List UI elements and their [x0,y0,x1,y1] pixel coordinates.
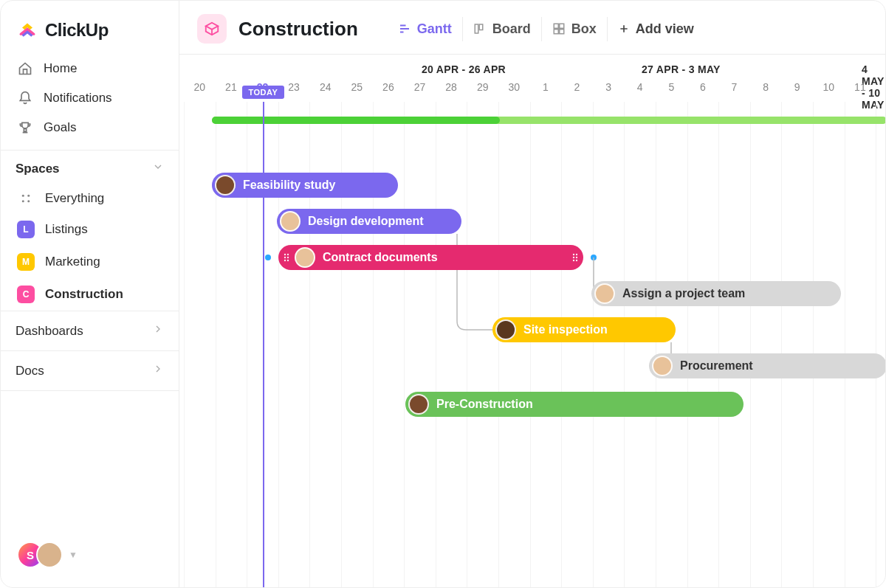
day-header: 4 [624,81,656,93]
view-tab-label: Gantt [417,21,452,37]
day-header: 20 [184,81,216,93]
add-view-button[interactable]: Add view [607,17,704,41]
board-icon [473,22,487,35]
caret-down-icon: ▼ [69,550,78,560]
day-header: 24 [309,81,341,93]
gantt-icon [398,22,411,35]
task-label: Feasibility study [243,179,335,192]
task-label: Site inspection [523,323,608,336]
svg-point-2 [22,200,24,202]
spaces-everything[interactable]: Everything [8,184,171,213]
view-tab-label: Box [571,21,597,37]
gantt-day-headers: 2021222324252627282930123456789101112 [179,81,885,102]
drag-handle-icon[interactable] [283,245,290,270]
week-header: 27 APR - 3 MAY [642,63,721,75]
day-header: 25 [341,81,373,93]
week-header: 20 APR - 26 APR [422,63,506,75]
nav-home[interactable]: Home [8,54,171,83]
assignee-avatar [280,211,301,232]
avatar[interactable] [36,542,63,568]
gantt-today-badge: TODAY [242,86,285,99]
day-header: 5 [656,81,687,93]
spaces-everything-label: Everything [45,191,104,206]
gantt-task-bar[interactable]: Assign a project team [591,281,841,306]
svg-rect-10 [560,24,564,28]
docs-label: Docs [16,364,44,378]
gantt-bars: Feasibility studyDesign developmentContr… [179,112,885,587]
nav-label: Goals [44,120,76,135]
space-list: LListingsMMarketingCConstruction [1,213,179,311]
day-header: 26 [373,81,405,93]
nav-label: Home [44,61,77,76]
gantt-task-bar[interactable]: Pre-Construction [405,392,744,417]
drag-handle-icon[interactable] [571,245,579,270]
box-icon [552,22,566,35]
svg-point-19 [284,260,286,261]
day-header: 7 [718,81,750,93]
day-header: 12 [876,81,885,93]
space-item-construction[interactable]: CConstruction [8,278,171,311]
spaces-section-toggle[interactable]: Spaces [1,150,179,184]
bell-icon [17,91,33,106]
dependency-handle[interactable] [265,255,271,260]
svg-point-16 [287,254,289,255]
add-view-label: Add view [636,21,694,37]
space-item-listings[interactable]: LListings [8,213,171,246]
svg-rect-8 [479,24,483,30]
sidebar-dashboards[interactable]: Dashboards [1,311,179,350]
gantt-task-bar[interactable]: Procurement [649,353,885,378]
gantt-task-bar[interactable]: Design development [277,209,461,234]
view-tab-gantt[interactable]: Gantt [388,17,462,41]
svg-rect-11 [554,30,558,34]
view-tab-box[interactable]: Box [541,17,607,41]
task-label: Design development [308,215,423,228]
task-label: Assign a project team [622,287,745,300]
day-header: 6 [687,81,719,93]
plus-icon [618,23,630,35]
day-header: 3 [593,81,625,93]
day-header: 30 [498,81,530,93]
assignee-avatar [652,356,673,376]
day-header: 1 [530,81,562,93]
space-icon[interactable] [197,14,227,44]
svg-point-25 [573,260,574,261]
chevron-right-icon [152,363,164,378]
space-label: Listings [45,222,88,237]
gantt-week-headers: 20 APR - 26 APR27 APR - 3 MAY4 MAY - 10 … [179,55,885,81]
day-header: 28 [436,81,467,93]
space-label: Construction [45,287,123,302]
svg-point-18 [287,257,289,258]
svg-point-3 [27,200,30,202]
gantt-task-bar[interactable]: Contract documents [278,245,583,270]
view-tabs: Gantt Board Box Add view [388,17,704,41]
day-header: 11 [845,81,876,93]
svg-point-22 [576,254,577,255]
gantt-task-bar[interactable]: Site inspection [492,317,676,342]
trophy-icon [17,120,33,135]
task-label: Pre-Construction [436,398,533,411]
user-avatars[interactable]: S ▼ [17,542,78,568]
topbar: Construction Gantt Board Box Add view [179,1,885,54]
gantt-chart[interactable]: 20 APR - 26 APR27 APR - 3 MAY4 MAY - 10 … [179,54,885,587]
nav-goals[interactable]: Goals [8,113,171,142]
svg-point-1 [27,195,30,197]
app-shell: ClickUp Home Notifications Goals [0,0,886,588]
chevron-down-icon [152,161,164,176]
assignee-avatar [295,247,315,268]
sidebar-docs[interactable]: Docs [1,350,179,390]
svg-point-0 [22,195,24,197]
day-header: 2 [561,81,593,93]
gantt-task-bar[interactable]: Feasibility study [212,173,398,198]
assignee-avatar [594,283,615,304]
dependency-handle[interactable] [591,255,597,260]
assignee-avatar [495,319,516,340]
overall-progress-done [212,117,500,124]
nav-notifications[interactable]: Notifications [8,83,171,113]
brand-logo[interactable]: ClickUp [1,1,179,54]
day-header: 29 [467,81,498,93]
view-tab-board[interactable]: Board [462,17,541,41]
view-tab-label: Board [492,21,531,37]
space-item-marketing[interactable]: MMarketing [8,246,171,278]
primary-nav: Home Notifications Goals [1,54,179,142]
main-area: Construction Gantt Board Box Add view [179,1,885,587]
